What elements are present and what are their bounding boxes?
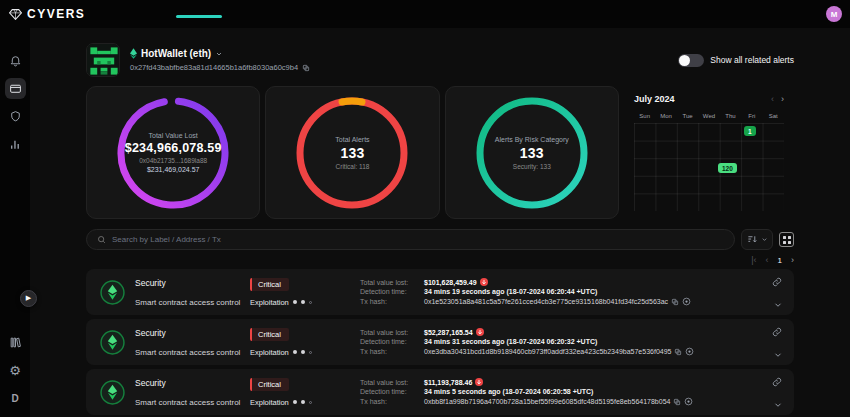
calendar-month-title: July 2024 <box>634 94 675 104</box>
stat-card-risk-category: Alerts By Risk Category 133 Security: 13… <box>445 86 619 219</box>
phase-dot-empty <box>309 401 312 404</box>
tx-hash-label: Tx hash: <box>360 398 424 405</box>
view-toggle-button[interactable] <box>779 232 794 247</box>
alert-row[interactable]: Security Smart contract access control C… <box>86 319 794 365</box>
ethereum-shield-icon <box>100 280 125 305</box>
stat-card-total-alerts: Total Alerts 133 Critical: 118 <box>265 86 439 219</box>
wallet-name-dropdown[interactable]: HotWallet (eth) <box>130 48 310 59</box>
brand-gem-icon <box>9 9 22 20</box>
value-lost-icon <box>475 378 483 386</box>
current-page: 1 <box>778 257 782 265</box>
total-value-lost-label: Total value lost: <box>360 279 424 286</box>
sidebar-item-wallets[interactable] <box>0 76 30 100</box>
alert-subcategory: Smart contract access control <box>135 398 250 407</box>
detection-time-label: Detection time: <box>360 288 424 295</box>
top-header: CYVERS M <box>0 0 850 28</box>
expand-chevron-icon[interactable] <box>773 350 783 360</box>
phase-dot <box>293 350 297 354</box>
calendar-day-headers: Sun Mon Tue Wed Thu Fri Sat <box>634 113 784 119</box>
alert-category: Security <box>135 328 250 338</box>
stat-title: Total Alerts <box>335 136 369 143</box>
search-box[interactable] <box>86 229 735 250</box>
phase-dot <box>293 300 297 304</box>
stat-value: $234,966,078.59 <box>125 141 222 155</box>
stat-title: Total Value Lost <box>149 132 198 139</box>
alerts-list: Security Smart contract access control C… <box>86 269 794 415</box>
sidebar-item-protocols[interactable] <box>0 104 30 128</box>
value-lost-icon <box>476 328 484 336</box>
wallet-name: HotWallet (eth) <box>141 48 211 59</box>
total-value-lost-label: Total value lost: <box>360 329 424 336</box>
sidebar-item-analytics[interactable] <box>0 132 30 156</box>
copy-hash-icon[interactable] <box>673 398 681 406</box>
show-related-alerts-toggle[interactable] <box>678 54 704 67</box>
prev-page-icon[interactable]: ‹ <box>766 256 769 265</box>
stat-sub-address: 0x04b21735...1689la88 <box>139 157 207 164</box>
sidebar-item-notifications[interactable] <box>0 48 30 72</box>
copy-hash-icon[interactable] <box>671 298 679 306</box>
calendar-prev-icon[interactable]: ‹ <box>771 95 774 104</box>
stat-value: 133 <box>341 145 365 161</box>
alert-category: Security <box>135 378 250 388</box>
bar-chart-icon <box>9 138 22 151</box>
next-page-icon[interactable]: › <box>791 256 794 265</box>
active-tab-indicator <box>176 15 222 18</box>
tx-hash-label: Tx hash: <box>360 298 424 305</box>
tx-hash: 0xbb8f1a998b7196a4700b728a15bef55f99e608… <box>424 398 670 405</box>
alert-category: Security <box>135 278 250 288</box>
total-value-lost-label: Total value lost: <box>360 379 424 386</box>
user-avatar[interactable]: M <box>826 6 842 22</box>
detection-time: 34 mins 5 seconds ago (18-07-2024 06:20:… <box>424 388 593 395</box>
alert-row[interactable]: Security Smart contract access control C… <box>86 369 794 415</box>
etherscan-icon[interactable] <box>682 297 691 306</box>
phase-dot <box>293 400 297 404</box>
play-button[interactable]: ▶ <box>20 290 37 307</box>
expand-chevron-icon[interactable] <box>773 300 783 310</box>
day-header: Sun <box>634 113 655 119</box>
sort-icon <box>747 234 758 245</box>
play-icon: ▶ <box>26 295 31 302</box>
day-header: Mon <box>655 113 676 119</box>
pagination: |‹ ‹ 1 › <box>86 256 794 265</box>
phase-dot <box>301 300 305 304</box>
detection-time-label: Detection time: <box>360 388 424 395</box>
detection-time-label: Detection time: <box>360 338 424 345</box>
alert-phase: Exploitation <box>250 348 289 357</box>
etherscan-icon[interactable] <box>685 347 694 356</box>
phase-dot <box>301 350 305 354</box>
alert-row[interactable]: Security Smart contract access control C… <box>86 269 794 315</box>
grid-view-icon <box>783 236 791 244</box>
value-lost-icon <box>480 278 488 286</box>
day-header: Tue <box>677 113 698 119</box>
chevron-down-icon <box>215 50 223 58</box>
ethereum-shield-icon <box>100 380 125 405</box>
alert-subcategory: Smart contract access control <box>135 298 250 307</box>
expand-chevron-icon[interactable] <box>773 400 783 410</box>
stat-title: Alerts By Risk Category <box>495 136 569 143</box>
shield-icon <box>9 110 22 123</box>
alert-link-icon[interactable] <box>772 377 782 387</box>
alert-link-icon[interactable] <box>772 327 782 337</box>
etherscan-icon[interactable] <box>684 397 693 406</box>
wallet-address: 0x27fd43babfbe83a81d14665b1a6fb8030a60c9… <box>130 63 298 72</box>
total-value-lost: $101,628,459.49 <box>424 279 477 286</box>
total-value-lost: $11,193,788.46 <box>424 379 472 386</box>
stats-row: Total Value Lost $234,966,078.59 0x04b21… <box>86 86 794 219</box>
search-input[interactable] <box>112 235 724 244</box>
first-page-icon[interactable]: |‹ <box>751 256 756 265</box>
toggle-label: Show all related alerts <box>710 55 794 65</box>
copy-address-icon[interactable] <box>302 64 310 72</box>
sidebar-item-library[interactable] <box>0 330 30 354</box>
brand[interactable]: CYVERS <box>0 7 85 21</box>
calendar-day-badge[interactable]: 1 <box>744 126 756 136</box>
sidebar-item-dock[interactable]: D <box>0 386 30 410</box>
sort-button[interactable] <box>741 229 773 250</box>
sidebar-item-settings[interactable]: ⚙ <box>0 358 30 382</box>
tx-hash: 0x1e523051a8a481c5a57fe261cced4cb3e775ce… <box>424 298 668 305</box>
brand-text: CYVERS <box>27 7 85 21</box>
calendar-next-icon[interactable]: › <box>781 95 784 104</box>
copy-hash-icon[interactable] <box>674 348 682 356</box>
calendar-day-badge[interactable]: 120 <box>718 163 737 173</box>
detection-time: 34 mins 31 seconds ago (18-07-2024 06:20… <box>424 338 597 345</box>
alert-link-icon[interactable] <box>772 277 782 287</box>
